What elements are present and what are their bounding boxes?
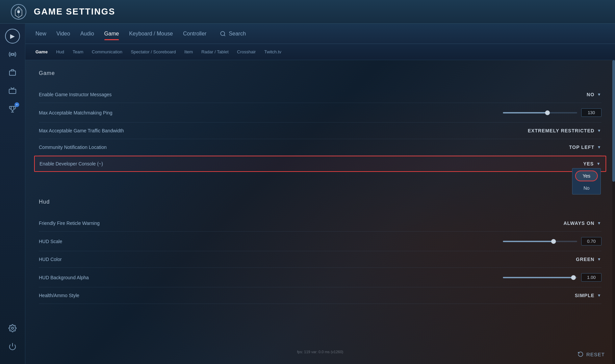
reset-label: RESET — [586, 352, 605, 357]
traffic-bandwidth-value: EXTREMELY RESTRICTED — [528, 128, 594, 133]
svg-line-8 — [224, 35, 225, 36]
scrollbar[interactable] — [612, 60, 615, 364]
main-layout: ▶ — [0, 24, 615, 364]
hud-bg-alpha-slider-track[interactable] — [503, 277, 577, 278]
hud-bg-alpha-slider-thumb[interactable] — [571, 275, 576, 280]
search-label: Search — [229, 31, 246, 37]
sidebar-icon-settings[interactable] — [5, 321, 20, 336]
content-area: New Video Audio Game Keyboard / Mouse Co… — [25, 24, 615, 364]
developer-console-option-yes[interactable]: Yes — [575, 171, 598, 181]
reset-button[interactable]: RESET — [578, 351, 605, 357]
setting-control-developer-console: YES ▼ Yes No — [583, 161, 601, 166]
hud-color-value: GREEN — [576, 257, 594, 262]
developer-console-option-no[interactable]: No — [572, 183, 600, 193]
setting-row-community-notification: Community Notification Location TOP LEFT… — [39, 139, 601, 156]
friendly-fire-value: ALWAYS ON — [563, 220, 594, 226]
setting-label-game-instructor: Enable Game Instructor Messages — [39, 92, 587, 97]
setting-control-health-ammo: SIMPLE ▼ — [575, 293, 601, 298]
setting-control-hud-color: GREEN ▼ — [576, 257, 601, 262]
hud-color-dropdown[interactable]: GREEN ▼ — [576, 257, 601, 262]
setting-label-matchmaking-ping: Max Acceptable Matchmaking Ping — [39, 110, 503, 115]
hud-scale-slider-thumb[interactable] — [551, 239, 556, 244]
setting-row-matchmaking-ping: Max Acceptable Matchmaking Ping 130 — [39, 103, 601, 123]
play-icon: ▶ — [10, 32, 15, 40]
subtab-hud[interactable]: Hud — [56, 48, 64, 56]
tab-new[interactable]: New — [35, 29, 46, 38]
setting-row-developer-console: Enable Developer Console (~) YES ▼ Yes N… — [34, 156, 606, 172]
setting-row-hud-color: HUD Color GREEN ▼ — [39, 251, 601, 268]
community-notification-dropdown[interactable]: TOP LEFT ▼ — [569, 145, 601, 150]
sidebar-icon-power[interactable] — [5, 339, 20, 354]
setting-row-friendly-fire: Friendly Fire Reticle Warning ALWAYS ON … — [39, 215, 601, 232]
setting-row-game-instructor: Enable Game Instructor Messages NO ▼ — [39, 86, 601, 103]
sidebar-icon-inventory[interactable] — [5, 65, 20, 80]
friendly-fire-dropdown[interactable]: ALWAYS ON ▼ — [563, 220, 601, 226]
matchmaking-ping-slider-fill — [503, 112, 547, 113]
traffic-bandwidth-dropdown[interactable]: EXTREMELY RESTRICTED ▼ — [528, 128, 601, 133]
subtab-crosshair[interactable]: Crosshair — [237, 48, 256, 56]
hud-color-arrow: ▼ — [597, 257, 601, 262]
subtab-twitchtv[interactable]: Twitch.tv — [264, 48, 281, 56]
setting-control-matchmaking-ping: 130 — [503, 108, 601, 117]
subtab-game[interactable]: Game — [35, 48, 48, 56]
sidebar-icon-tv[interactable] — [5, 83, 20, 98]
setting-control-game-instructor: NO ▼ — [587, 92, 601, 97]
health-ammo-arrow: ▼ — [597, 293, 601, 298]
subtab-item[interactable]: Item — [184, 48, 193, 56]
svg-point-7 — [221, 31, 225, 35]
sidebar-icon-trophy[interactable]: + — [5, 102, 20, 116]
matchmaking-ping-slider-track[interactable] — [503, 112, 577, 113]
hud-bg-alpha-value: 1.00 — [581, 273, 601, 282]
subtab-communication[interactable]: Communication — [92, 48, 122, 56]
setting-label-developer-console: Enable Developer Console (~) — [40, 161, 583, 166]
tab-game[interactable]: Game — [104, 29, 119, 38]
health-ammo-dropdown[interactable]: SIMPLE ▼ — [575, 293, 601, 298]
matchmaking-ping-slider-thumb[interactable] — [545, 110, 550, 115]
community-notification-arrow: ▼ — [597, 145, 601, 150]
play-button[interactable]: ▶ — [5, 29, 20, 44]
setting-control-hud-bg-alpha: 1.00 — [503, 273, 601, 282]
developer-console-dropdown[interactable]: YES ▼ — [583, 161, 601, 166]
traffic-bandwidth-arrow: ▼ — [597, 128, 601, 133]
search-button[interactable]: Search — [220, 31, 246, 37]
setting-label-community-notification: Community Notification Location — [39, 145, 569, 150]
setting-label-hud-color: HUD Color — [39, 257, 576, 262]
reset-icon — [578, 351, 584, 357]
setting-control-community-notification: TOP LEFT ▼ — [569, 145, 601, 150]
hud-bg-alpha-slider-fill — [503, 277, 573, 278]
setting-control-hud-scale: 0.70 — [503, 237, 601, 245]
hud-scale-slider-track[interactable] — [503, 241, 577, 242]
hud-scale-value: 0.70 — [581, 237, 601, 245]
fps-info: fps: 119 var: 0.0 ms (v1260) — [297, 350, 343, 354]
subtab-spectator-scoreboard[interactable]: Spectator / Scoreboard — [131, 48, 176, 56]
matchmaking-ping-value: 130 — [581, 108, 601, 117]
setting-row-hud-bg-alpha: HUD Background Alpha 1.00 — [39, 268, 601, 287]
setting-control-traffic-bandwidth: EXTREMELY RESTRICTED ▼ — [528, 128, 601, 133]
tab-controller[interactable]: Controller — [183, 29, 206, 38]
tab-keyboard-mouse[interactable]: Keyboard / Mouse — [129, 29, 173, 38]
svg-point-2 — [11, 53, 14, 55]
scrollbar-thumb[interactable] — [612, 60, 615, 182]
section-hud-header: Hud — [39, 199, 601, 208]
setting-row-health-ammo: Health/Ammo Style SIMPLE ▼ — [39, 287, 601, 304]
game-instructor-dropdown[interactable]: NO ▼ — [587, 92, 601, 97]
search-icon — [220, 31, 226, 37]
sidebar: ▶ — [0, 24, 25, 364]
setting-label-hud-bg-alpha: HUD Background Alpha — [39, 275, 503, 280]
tab-audio[interactable]: Audio — [80, 29, 94, 38]
community-notification-value: TOP LEFT — [569, 145, 594, 150]
logo — [7, 0, 30, 24]
game-instructor-arrow: ▼ — [597, 92, 601, 97]
sidebar-icon-broadcast[interactable] — [5, 47, 20, 62]
developer-console-value: YES — [583, 161, 594, 166]
tab-video[interactable]: Video — [56, 29, 70, 38]
setting-row-traffic-bandwidth: Max Acceptable Game Traffic Bandwidth EX… — [39, 123, 601, 139]
settings-content: Game Enable Game Instructor Messages NO … — [25, 60, 615, 364]
setting-row-hud-scale: HUD Scale 0.70 — [39, 232, 601, 251]
subtab-team[interactable]: Team — [73, 48, 83, 56]
setting-label-health-ammo: Health/Ammo Style — [39, 293, 575, 298]
hud-scale-slider-fill — [503, 241, 554, 242]
friendly-fire-arrow: ▼ — [597, 221, 601, 226]
subtab-radar-tablet[interactable]: Radar / Tablet — [201, 48, 229, 56]
svg-point-5 — [11, 327, 14, 329]
